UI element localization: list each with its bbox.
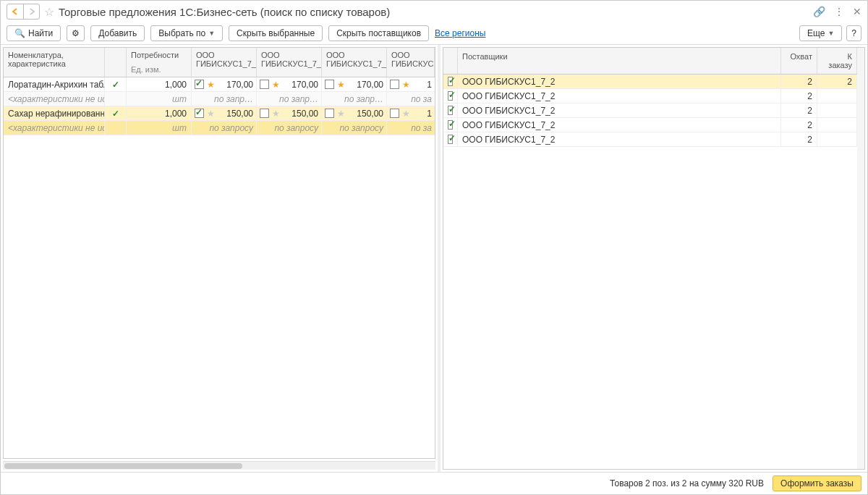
- cell-supplier-name: ООО ГИБИСКУС1_7_2: [458, 75, 781, 88]
- table-subrow: <характеристики не использу…штпо запр…по…: [4, 92, 435, 106]
- cell-to-order: [817, 103, 857, 117]
- cell-supplier-name: ООО ГИБИСКУС1_7_2: [458, 132, 781, 146]
- add-button[interactable]: Добавить: [90, 25, 145, 41]
- help-button[interactable]: ?: [846, 25, 861, 41]
- link-icon[interactable]: 🔗: [813, 6, 825, 17]
- price: 1: [427, 109, 432, 119]
- supplier-cell[interactable]: ★1: [387, 77, 435, 91]
- supplier-subcell: по запр…: [192, 92, 257, 106]
- gear-icon: ⚙: [72, 28, 80, 38]
- horizontal-scrollbar[interactable]: [3, 461, 435, 470]
- nav-buttons: [7, 4, 40, 20]
- checkbox[interactable]: [195, 109, 204, 118]
- cell-qty: 1,000: [127, 106, 192, 120]
- kebab-icon[interactable]: ⋮: [834, 6, 844, 17]
- all-regions-link[interactable]: Все регионы: [435, 28, 485, 38]
- supplier-cell[interactable]: ★150,00: [257, 106, 322, 120]
- cell-check[interactable]: [443, 118, 458, 132]
- vertical-scrollbar[interactable]: [857, 48, 864, 469]
- price: 150,00: [226, 109, 253, 119]
- checkbox[interactable]: [390, 109, 399, 118]
- search-icon: 🔍: [14, 28, 25, 38]
- col-coverage[interactable]: Охват: [781, 48, 817, 74]
- checkbox[interactable]: [448, 91, 453, 101]
- favorite-star-icon[interactable]: ☆: [44, 5, 54, 19]
- cell-coverage: 2: [781, 132, 817, 146]
- cell-to-order: [817, 132, 857, 146]
- col-supplier-name[interactable]: Поставщики: [458, 48, 781, 74]
- checkbox[interactable]: [325, 80, 334, 89]
- star-icon: ★: [207, 80, 215, 90]
- price: 150,00: [357, 109, 383, 119]
- checkbox[interactable]: [260, 80, 269, 89]
- find-label: Найти: [28, 28, 53, 38]
- checkbox[interactable]: [448, 120, 453, 130]
- cell-supplier-name: ООО ГИБИСКУС1_7_2: [458, 118, 781, 132]
- find-button[interactable]: 🔍Найти: [7, 25, 61, 41]
- checkbox[interactable]: [448, 135, 453, 144]
- cell-check[interactable]: [443, 103, 458, 117]
- chevron-down-icon: ▼: [208, 30, 215, 37]
- supplier-subcell: по запросу: [192, 121, 257, 135]
- col-nomenclature[interactable]: Номенклатура, характеристика: [4, 48, 105, 77]
- cell-check[interactable]: [443, 89, 458, 103]
- col-supplier-3[interactable]: ООО ГИБИСКУС1_7_2: [322, 48, 387, 77]
- col-check[interactable]: [105, 48, 127, 77]
- supplier-row[interactable]: ООО ГИБИСКУС1_7_22: [443, 89, 857, 103]
- star-icon: ★: [337, 109, 345, 119]
- col-needs[interactable]: Потребности Ед. изм.: [127, 48, 192, 77]
- supplier-cell[interactable]: ★170,00: [192, 77, 257, 91]
- table-row[interactable]: Сахар нерафинированный…✓1,000★150,00★150…: [4, 106, 435, 121]
- star-icon: ★: [402, 109, 410, 119]
- star-icon: ★: [272, 109, 280, 119]
- cell-coverage: 2: [781, 118, 817, 132]
- checkbox[interactable]: [195, 80, 204, 89]
- submit-orders-button[interactable]: Оформить заказы: [773, 475, 861, 491]
- col-supplier-4[interactable]: ООО ГИБИСКУС1_: [387, 48, 435, 77]
- supplier-cell[interactable]: ★170,00: [322, 77, 387, 91]
- checkbox[interactable]: [260, 109, 269, 118]
- back-button[interactable]: [7, 4, 23, 19]
- cell-check[interactable]: [443, 132, 458, 146]
- checkbox[interactable]: [325, 109, 334, 118]
- more-button[interactable]: Еще▼: [799, 25, 842, 41]
- star-icon: ★: [207, 109, 215, 119]
- supplier-row[interactable]: ООО ГИБИСКУС1_7_22: [443, 118, 857, 132]
- col-supplier-1[interactable]: ООО ГИБИСКУС1_7_2: [192, 48, 257, 77]
- hide-suppliers-button[interactable]: Скрыть поставщиков: [328, 25, 429, 41]
- cell-char: <характеристики не использу…: [4, 121, 105, 135]
- page-title: Торговые предложения 1С:Бизнес-сеть (пои…: [59, 6, 390, 18]
- checkbox[interactable]: [448, 77, 453, 86]
- table-row[interactable]: Лоратадин-Акрихин табл 1…✓1,000★170,00★1…: [4, 77, 435, 92]
- checkbox[interactable]: [390, 80, 399, 89]
- suppliers-grid: Поставщики Охват К заказу ООО ГИБИСКУС1_…: [443, 47, 865, 470]
- hide-selected-button[interactable]: Скрыть выбранные: [229, 25, 323, 41]
- col-to-order[interactable]: К заказу: [817, 48, 857, 74]
- check-icon: ✓: [112, 109, 119, 119]
- select-by-button[interactable]: Выбрать по▼: [150, 25, 223, 41]
- col-check[interactable]: [443, 48, 458, 74]
- cell-coverage: 2: [781, 103, 817, 117]
- more-label: Еще: [807, 28, 825, 38]
- suppliers-grid-header: Поставщики Охват К заказу: [443, 48, 857, 75]
- forward-button[interactable]: [23, 4, 39, 19]
- cell-supplier-name: ООО ГИБИСКУС1_7_2: [458, 103, 781, 117]
- cell-name: Сахар нерафинированный…: [4, 106, 105, 120]
- supplier-row[interactable]: ООО ГИБИСКУС1_7_22: [443, 132, 857, 147]
- checkbox[interactable]: [448, 106, 453, 115]
- settings-button[interactable]: ⚙: [67, 25, 85, 41]
- supplier-subcell: по запросу: [257, 121, 322, 135]
- col-supplier-2[interactable]: ООО ГИБИСКУС1_7_2: [257, 48, 322, 77]
- cell-check: ✓: [105, 77, 127, 91]
- cell-coverage: 2: [781, 89, 817, 103]
- supplier-row[interactable]: ООО ГИБИСКУС1_7_222: [443, 75, 857, 89]
- supplier-cell[interactable]: ★150,00: [322, 106, 387, 120]
- close-icon[interactable]: ✕: [853, 6, 861, 17]
- chevron-down-icon: ▼: [827, 30, 834, 37]
- cell-to-order: [817, 118, 857, 132]
- supplier-cell[interactable]: ★1: [387, 106, 435, 120]
- supplier-cell[interactable]: ★170,00: [257, 77, 322, 91]
- supplier-cell[interactable]: ★150,00: [192, 106, 257, 120]
- cell-check[interactable]: [443, 75, 458, 88]
- supplier-row[interactable]: ООО ГИБИСКУС1_7_22: [443, 103, 857, 118]
